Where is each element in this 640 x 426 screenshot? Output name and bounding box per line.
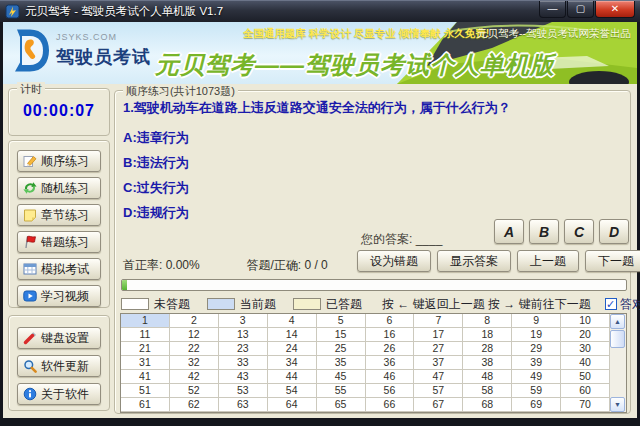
answer-option-d[interactable]: D:违规行为 [123,200,189,225]
question-cell-22[interactable]: 22 [170,342,219,356]
question-cell-30[interactable]: 30 [561,342,610,356]
answer-button-c[interactable]: C [564,219,594,244]
question-cell-2[interactable]: 2 [170,314,219,328]
question-cell-25[interactable]: 25 [317,342,366,356]
question-cell-52[interactable]: 52 [170,384,219,398]
question-cell-69[interactable]: 69 [512,398,561,412]
answer-button-d[interactable]: D [599,219,629,244]
software-update-button[interactable]: 软件更新 [17,355,101,377]
question-cell-31[interactable]: 31 [121,356,170,370]
answer-option-a[interactable]: A:违章行为 [123,125,189,150]
maximize-button[interactable]: ▢ [567,1,594,18]
auto-next-toggle[interactable]: ✓ 答对自动转到下一题 [605,296,640,313]
question-cell-27[interactable]: 27 [414,342,463,356]
question-cell-70[interactable]: 70 [561,398,610,412]
question-cell-46[interactable]: 46 [366,370,415,384]
question-cell-59[interactable]: 59 [512,384,561,398]
answer-option-b[interactable]: B:违法行为 [123,150,189,175]
question-cell-20[interactable]: 20 [561,328,610,342]
question-cell-55[interactable]: 55 [317,384,366,398]
question-cell-33[interactable]: 33 [219,356,268,370]
question-cell-26[interactable]: 26 [366,342,415,356]
question-cell-15[interactable]: 15 [317,328,366,342]
grid-scrollbar[interactable]: ▲ ▼ [609,314,626,412]
answer-button-a[interactable]: A [494,219,524,244]
question-cell-45[interactable]: 45 [317,370,366,384]
question-cell-48[interactable]: 48 [463,370,512,384]
question-cell-56[interactable]: 56 [366,384,415,398]
scroll-down-icon[interactable]: ▼ [610,397,625,412]
question-cell-29[interactable]: 29 [512,342,561,356]
sequence-practice-button[interactable]: 顺序练习 [17,150,101,172]
mark-as-wrong-button[interactable]: 设为错题 [357,250,431,272]
question-cell-7[interactable]: 7 [414,314,463,328]
question-cell-64[interactable]: 64 [268,398,317,412]
question-cell-35[interactable]: 35 [317,356,366,370]
question-cell-28[interactable]: 28 [463,342,512,356]
question-cell-32[interactable]: 32 [170,356,219,370]
question-cell-49[interactable]: 49 [512,370,561,384]
question-cell-37[interactable]: 37 [414,356,463,370]
question-cell-1[interactable]: 1 [121,314,170,328]
question-cell-66[interactable]: 66 [366,398,415,412]
question-cell-40[interactable]: 40 [561,356,610,370]
question-cell-3[interactable]: 3 [219,314,268,328]
question-cell-38[interactable]: 38 [463,356,512,370]
question-cell-36[interactable]: 36 [366,356,415,370]
question-cell-67[interactable]: 67 [414,398,463,412]
auto-next-checkbox[interactable]: ✓ [605,298,617,310]
question-cell-65[interactable]: 65 [317,398,366,412]
question-cell-18[interactable]: 18 [463,328,512,342]
question-cell-16[interactable]: 16 [366,328,415,342]
question-cell-42[interactable]: 42 [170,370,219,384]
question-cell-51[interactable]: 51 [121,384,170,398]
wrong-question-practice-button[interactable]: 错题练习 [17,231,101,253]
study-video-button[interactable]: 学习视频 [17,285,101,307]
close-button[interactable]: ✕ [595,1,635,18]
question-cell-57[interactable]: 57 [414,384,463,398]
previous-question-button[interactable]: 上一题 [517,250,579,272]
show-answer-button[interactable]: 显示答案 [437,250,511,272]
question-cell-13[interactable]: 13 [219,328,268,342]
question-cell-8[interactable]: 8 [463,314,512,328]
question-cell-9[interactable]: 9 [512,314,561,328]
question-cell-4[interactable]: 4 [268,314,317,328]
question-cell-12[interactable]: 12 [170,328,219,342]
question-cell-68[interactable]: 68 [463,398,512,412]
random-practice-button[interactable]: 随机练习 [17,177,101,199]
question-cell-14[interactable]: 14 [268,328,317,342]
question-cell-6[interactable]: 6 [366,314,415,328]
question-cell-53[interactable]: 53 [219,384,268,398]
question-cell-10[interactable]: 10 [561,314,610,328]
scrollbar-thumb[interactable] [610,330,625,348]
question-cell-21[interactable]: 21 [121,342,170,356]
question-cell-41[interactable]: 41 [121,370,170,384]
chapter-practice-button[interactable]: 章节练习 [17,204,101,226]
question-cell-58[interactable]: 58 [463,384,512,398]
answer-button-b[interactable]: B [529,219,559,244]
question-cell-39[interactable]: 39 [512,356,561,370]
question-cell-17[interactable]: 17 [414,328,463,342]
question-cell-54[interactable]: 54 [268,384,317,398]
question-cell-5[interactable]: 5 [317,314,366,328]
question-cell-23[interactable]: 23 [219,342,268,356]
question-cell-44[interactable]: 44 [268,370,317,384]
keyboard-settings-button[interactable]: 键盘设置 [17,327,101,349]
scroll-up-icon[interactable]: ▲ [610,314,625,329]
question-cell-60[interactable]: 60 [561,384,610,398]
about-software-button[interactable]: 关于软件 [17,383,101,405]
question-cell-34[interactable]: 34 [268,356,317,370]
question-cell-50[interactable]: 50 [561,370,610,384]
next-question-button[interactable]: 下一题 [585,250,640,272]
question-cell-24[interactable]: 24 [268,342,317,356]
answer-option-c[interactable]: C:过失行为 [123,175,189,200]
question-cell-11[interactable]: 11 [121,328,170,342]
question-cell-43[interactable]: 43 [219,370,268,384]
mock-exam-button[interactable]: 模拟考试 [17,258,101,280]
question-cell-47[interactable]: 47 [414,370,463,384]
question-cell-63[interactable]: 63 [219,398,268,412]
question-cell-19[interactable]: 19 [512,328,561,342]
minimize-button[interactable]: — [539,1,566,18]
question-cell-62[interactable]: 62 [170,398,219,412]
question-cell-61[interactable]: 61 [121,398,170,412]
